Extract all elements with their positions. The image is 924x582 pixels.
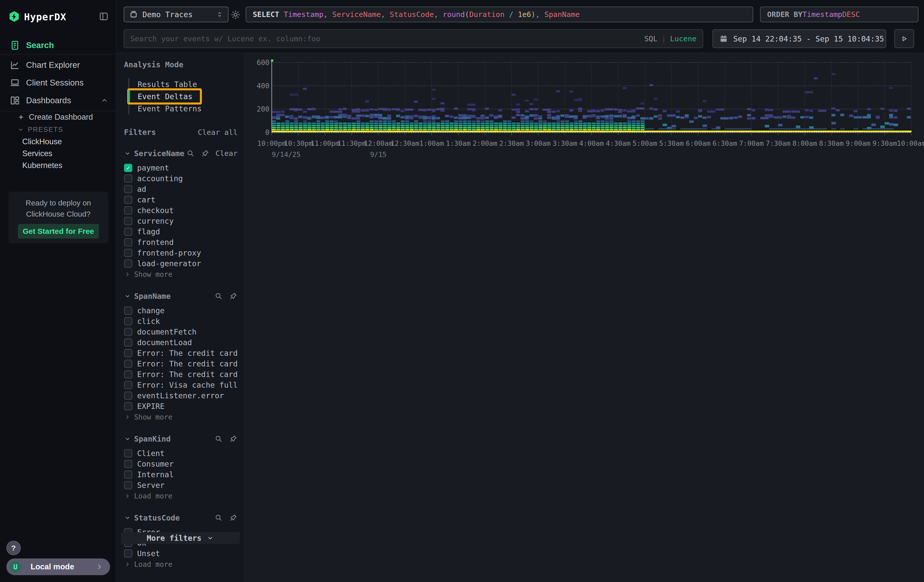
filter-option-error-the-credit-card[interactable]: Error: The credit card (… [124,358,238,369]
filter-group-more-button[interactable]: Show more [124,412,238,422]
pin-icon[interactable] [229,292,238,300]
checkbox[interactable] [124,481,132,490]
checkbox[interactable] [124,381,132,389]
more-filters-button[interactable]: More filters [121,532,240,544]
filter-group-more-button[interactable]: Load more [124,559,238,569]
checkbox[interactable] [124,238,132,246]
filter-option-click[interactable]: click [124,316,238,326]
checkbox[interactable] [124,460,132,468]
filter-group-clear-button[interactable]: Clear [216,149,238,158]
presets-toggle[interactable]: PRESETS [0,124,116,136]
filter-group-header-statuscode[interactable]: StatusCode [124,512,238,523]
checkbox[interactable] [124,470,132,479]
search-input[interactable] [130,35,644,43]
create-dashboard-button[interactable]: Create Dashboard [0,111,116,124]
sidebar-item-chart-explorer[interactable]: Chart Explorer [0,56,116,74]
checkbox[interactable] [124,206,132,214]
checkbox[interactable] [124,349,132,357]
checkbox[interactable] [124,328,132,336]
layout-icon [9,95,20,106]
pin-icon[interactable] [201,149,210,158]
user-menu[interactable]: U Local mode [6,559,110,575]
sidebar: HyperDX Search Chart ExplorerClient Sess… [0,0,117,582]
checkbox[interactable] [124,164,132,172]
checkbox[interactable] [124,549,132,558]
filter-option-ad[interactable]: ad [124,184,238,195]
filter-option-load-generator[interactable]: load-generator [124,258,238,269]
checkbox[interactable] [124,228,132,236]
help-button[interactable]: ? [6,541,21,555]
analysis-mode-event-patterns[interactable]: Event Patterns [129,102,238,115]
sidebar-item-search[interactable]: Search [0,36,116,54]
filter-option-consumer[interactable]: Consumer [124,458,238,469]
filter-option-change[interactable]: change [124,305,238,316]
filter-option-documentfetch[interactable]: documentFetch [124,326,238,337]
analysis-mode-results-table[interactable]: Results Table [129,78,238,90]
filter-option-documentload[interactable]: documentLoad [124,337,238,348]
filter-option-checkout[interactable]: checkout [124,205,238,216]
filter-option-server[interactable]: Server [124,480,238,490]
checkbox[interactable] [124,359,132,368]
checkbox[interactable] [124,196,132,204]
filter-group-header-spankind[interactable]: SpanKind [124,433,238,444]
filter-option-internal[interactable]: Internal [124,469,238,480]
sidebar-collapse-icon[interactable] [98,11,109,22]
filter-option-unset[interactable]: Unset [124,548,238,559]
filter-group-more-button[interactable]: Show more [124,269,238,279]
filter-group-name: StatusCode [134,513,180,522]
filter-option-cart[interactable]: cart [124,195,238,205]
run-query-button[interactable] [894,30,914,48]
user-mode-label: Local mode [31,562,74,571]
filter-option-expire[interactable]: EXPIRE [124,401,238,411]
sidebar-item-client-sessions[interactable]: Client Sessions [0,74,116,92]
order-by-editor[interactable]: ORDER BY Timestamp DESC [760,7,918,22]
sql-toggle[interactable]: SQL [644,35,657,43]
select-clause-editor[interactable]: SELECT Timestamp, ServiceName, StatusCod… [246,7,753,22]
analysis-mode-event-deltas[interactable]: Event Deltas [129,90,200,102]
checkbox[interactable] [124,402,132,411]
get-started-button[interactable]: Get Started for Free [18,224,99,239]
pin-icon[interactable] [229,513,238,522]
checkbox[interactable] [124,338,132,347]
filter-group-header-spanname[interactable]: SpanName [124,290,238,302]
filter-option-error-the-credit-card[interactable]: Error: The credit card (… [124,348,238,358]
filter-option-frontend-proxy[interactable]: frontend-proxy [124,247,238,258]
search-icon[interactable] [214,513,223,522]
checkbox[interactable] [124,174,132,183]
filter-option-error-the-credit-card[interactable]: Error: The credit card (… [124,369,238,379]
data-source-select[interactable]: Demo Traces [124,7,228,22]
sidebar-item-dashboards[interactable]: Dashboards [0,92,116,109]
filter-option-payment[interactable]: payment [124,162,238,173]
filter-group-more-button[interactable]: Load more [124,491,238,501]
checkbox[interactable] [124,307,132,315]
preset-dashboard-services[interactable]: Services [0,148,116,160]
checkbox[interactable] [124,370,132,379]
time-range-picker[interactable]: Sep 14 22:04:35 - Sep 15 10:04:35 [713,30,886,48]
chevron-right-icon [95,562,104,571]
filter-option-error-visa-cache-full[interactable]: Error: Visa cache full: … [124,379,238,390]
preset-dashboard-clickhouse[interactable]: ClickHouse [0,136,116,148]
checkbox[interactable] [124,317,132,325]
checkbox[interactable] [124,259,132,268]
pin-icon[interactable] [229,434,238,443]
gear-icon[interactable] [231,10,241,20]
checkbox[interactable] [124,249,132,257]
checkbox[interactable] [124,449,132,457]
search-icon[interactable] [214,292,223,300]
checkbox[interactable] [124,217,132,225]
heatmap-canvas[interactable] [271,59,914,136]
search-icon[interactable] [186,149,195,158]
filter-option-eventlistener-error[interactable]: eventListener.error [124,390,238,401]
search-icon[interactable] [214,434,223,443]
filter-option-frontend[interactable]: frontend [124,237,238,247]
filter-option-flagd[interactable]: flagd [124,226,238,237]
clear-all-button[interactable]: Clear all [198,128,238,137]
filter-option-accounting[interactable]: accounting [124,173,238,184]
preset-dashboard-kubernetes[interactable]: Kubernetes [0,160,116,171]
filter-option-client[interactable]: Client [124,448,238,458]
checkbox[interactable] [124,185,132,193]
filter-option-currency[interactable]: currency [124,216,238,226]
checkbox[interactable] [124,391,132,400]
filter-group-header-servicename[interactable]: ServiceNameClear [124,148,238,159]
lucene-toggle[interactable]: Lucene [670,35,696,43]
